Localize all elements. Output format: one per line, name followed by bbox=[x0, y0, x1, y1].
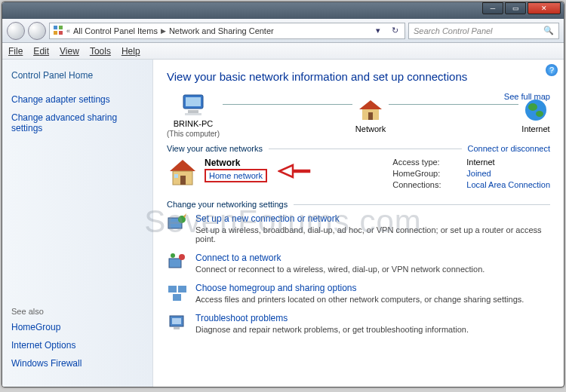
connection-details: Access type: Internet HomeGroup: Joined … bbox=[392, 158, 550, 189]
svg-rect-24 bbox=[168, 286, 177, 292]
minimize-button[interactable]: ─ bbox=[482, 2, 503, 14]
this-pc-node[interactable]: BRINK-PC (This computer) bbox=[167, 92, 220, 138]
network-node[interactable]: Network bbox=[355, 97, 386, 133]
svg-rect-21 bbox=[169, 259, 181, 268]
svg-rect-28 bbox=[172, 318, 181, 324]
connect-icon bbox=[167, 253, 188, 272]
computer-icon bbox=[179, 92, 208, 118]
svg-marker-14 bbox=[170, 160, 195, 171]
svg-point-11 bbox=[525, 100, 546, 121]
menubar: File Edit View Tools Help bbox=[2, 43, 564, 60]
see-also-label: See also bbox=[11, 307, 143, 316]
section-heading: Change your networking settings bbox=[167, 200, 288, 209]
svg-rect-17 bbox=[174, 174, 178, 178]
search-icon[interactable]: 🔍 bbox=[543, 26, 554, 35]
internet-options-link[interactable]: Internet Options bbox=[11, 340, 143, 351]
main-panel: ? View your basic network information an… bbox=[153, 60, 564, 387]
setup-connection-row: Set up a new connection or network Set u… bbox=[167, 213, 550, 243]
svg-rect-2 bbox=[54, 31, 57, 35]
chevron-icon: « bbox=[66, 27, 70, 35]
svg-rect-26 bbox=[173, 294, 181, 301]
chevron-icon: ▶ bbox=[161, 27, 166, 35]
menu-file[interactable]: File bbox=[8, 46, 23, 57]
navbar: « All Control Panel Items ▶ Network and … bbox=[2, 19, 564, 43]
network-map: See full map BRINK-PC (This computer) Ne… bbox=[167, 92, 550, 138]
setup-connection-link[interactable]: Set up a new connection or network bbox=[195, 213, 550, 224]
windows-firewall-link[interactable]: Windows Firewall bbox=[11, 358, 143, 369]
svg-rect-3 bbox=[59, 31, 63, 35]
svg-rect-5 bbox=[186, 97, 201, 106]
active-networks-section: View your active networks Connect or dis… bbox=[167, 144, 550, 189]
connect-network-link[interactable]: Connect to a network bbox=[195, 253, 484, 263]
troubleshoot-link[interactable]: Troubleshoot problems bbox=[195, 313, 469, 323]
connection-link[interactable]: Local Area Connection bbox=[466, 180, 550, 189]
connect-disconnect-link[interactable]: Connect or disconnect bbox=[468, 144, 550, 153]
setting-desc: Set up a wireless, broadband, dial-up, a… bbox=[195, 225, 550, 243]
dropdown-icon[interactable]: ▾ bbox=[371, 24, 385, 38]
window: ─ ▭ ✕ « All Control Panel Items ▶ Networ… bbox=[2, 2, 564, 387]
search-placeholder: Search Control Panel bbox=[414, 26, 493, 35]
troubleshoot-row: Troubleshoot problems Diagnose and repai… bbox=[167, 313, 550, 334]
breadcrumb-current[interactable]: Network and Sharing Center bbox=[169, 26, 274, 35]
homegroup-label: HomeGroup: bbox=[392, 169, 460, 178]
svg-marker-8 bbox=[359, 100, 382, 109]
svg-point-22 bbox=[179, 254, 185, 260]
active-network-name: Network bbox=[205, 158, 267, 168]
setting-desc: Access files and printers located on oth… bbox=[195, 295, 524, 304]
annotation-arrow-icon bbox=[278, 161, 311, 180]
homegroup-options-row: Choose homegroup and sharing options Acc… bbox=[167, 283, 550, 304]
homegroup-icon bbox=[167, 283, 188, 302]
section-heading: View your active networks bbox=[167, 144, 263, 153]
page-title: View your basic network information and … bbox=[167, 70, 550, 83]
titlebar: ─ ▭ ✕ bbox=[2, 2, 564, 19]
help-icon[interactable]: ? bbox=[546, 64, 558, 76]
access-type-value: Internet bbox=[466, 158, 550, 167]
svg-rect-0 bbox=[54, 26, 57, 29]
setting-desc: Connect or reconnect to a wireless, wire… bbox=[195, 265, 484, 274]
homegroup-options-link[interactable]: Choose homegroup and sharing options bbox=[195, 283, 524, 293]
address-bar[interactable]: « All Control Panel Items ▶ Network and … bbox=[49, 23, 405, 39]
menu-help[interactable]: Help bbox=[122, 46, 140, 57]
maximize-button[interactable]: ▭ bbox=[505, 2, 526, 14]
refresh-icon[interactable]: ↻ bbox=[388, 24, 401, 38]
breadcrumb-parent[interactable]: All Control Panel Items bbox=[73, 26, 158, 35]
this-pc-sublabel: (This computer) bbox=[167, 130, 220, 138]
sidebar: Control Panel Home Change adapter settin… bbox=[2, 60, 153, 387]
connections-label: Connections: bbox=[392, 180, 460, 189]
svg-rect-29 bbox=[174, 327, 180, 329]
svg-point-13 bbox=[536, 111, 543, 117]
adapter-settings-link[interactable]: Change adapter settings bbox=[11, 94, 143, 105]
svg-rect-1 bbox=[59, 26, 63, 29]
menu-view[interactable]: View bbox=[60, 46, 79, 57]
svg-point-23 bbox=[171, 253, 175, 258]
homegroup-link[interactable]: HomeGroup bbox=[11, 322, 143, 332]
wizard-icon bbox=[167, 213, 188, 233]
internet-label: Internet bbox=[521, 124, 549, 133]
back-button[interactable] bbox=[7, 22, 25, 40]
see-full-map-link[interactable]: See full map bbox=[504, 92, 550, 101]
troubleshoot-icon bbox=[167, 313, 188, 332]
house-icon bbox=[356, 97, 385, 123]
close-button[interactable]: ✕ bbox=[528, 2, 561, 14]
house-icon bbox=[167, 158, 198, 188]
network-type-link[interactable]: Home network bbox=[205, 169, 267, 182]
internet-node[interactable]: Internet bbox=[521, 97, 550, 133]
svg-point-12 bbox=[528, 103, 537, 111]
access-type-label: Access type: bbox=[392, 158, 460, 167]
cpl-icon bbox=[53, 25, 63, 37]
search-input[interactable]: Search Control Panel 🔍 bbox=[408, 23, 559, 39]
cpl-home-link[interactable]: Control Panel Home bbox=[11, 70, 143, 81]
this-pc-label: BRINK-PC bbox=[174, 119, 214, 128]
body: Control Panel Home Change adapter settin… bbox=[2, 60, 564, 387]
menu-tools[interactable]: Tools bbox=[90, 46, 111, 57]
setting-desc: Diagnose and repair network problems, or… bbox=[195, 325, 469, 334]
svg-rect-16 bbox=[180, 176, 186, 185]
svg-rect-7 bbox=[185, 113, 201, 115]
forward-button[interactable] bbox=[28, 22, 46, 40]
network-label: Network bbox=[355, 124, 386, 133]
connect-network-row: Connect to a network Connect or reconnec… bbox=[167, 253, 550, 274]
menu-edit[interactable]: Edit bbox=[33, 46, 49, 57]
svg-rect-10 bbox=[368, 112, 373, 120]
advanced-sharing-link[interactable]: Change advanced sharing settings bbox=[11, 112, 143, 133]
homegroup-value-link[interactable]: Joined bbox=[466, 169, 550, 178]
